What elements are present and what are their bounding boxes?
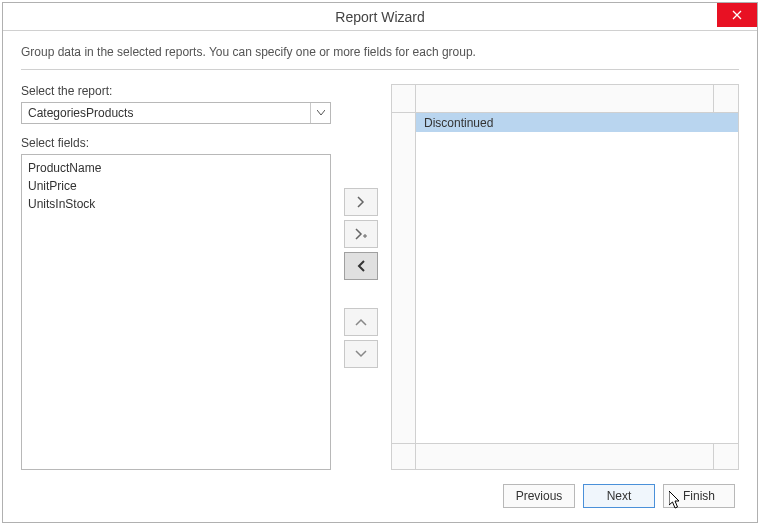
instruction-text: Group data in the selected reports. You …: [21, 45, 739, 69]
right-column: Discontinued: [391, 84, 739, 470]
grid-header-main: [416, 85, 714, 112]
grid-footer: [392, 443, 738, 469]
grid-header-gutter: [392, 85, 416, 112]
grid-main: Discontinued: [416, 113, 738, 443]
select-report-label: Select the report:: [21, 84, 331, 98]
list-item[interactable]: UnitsInStock: [28, 195, 324, 213]
chevron-right-icon: [357, 196, 365, 208]
previous-button[interactable]: Previous: [503, 484, 575, 508]
add-all-button[interactable]: [344, 220, 378, 248]
remove-button[interactable]: [344, 252, 378, 280]
grid-footer-gutter: [392, 444, 416, 469]
grid-footer-main: [416, 444, 714, 469]
grid-body: Discontinued: [392, 113, 738, 443]
separator: [21, 69, 739, 70]
wizard-window: Report Wizard Group data in the selected…: [2, 2, 758, 523]
finish-button[interactable]: Finish: [663, 484, 735, 508]
titlebar: Report Wizard: [3, 3, 757, 31]
chevron-down-icon: [317, 110, 325, 116]
next-button[interactable]: Next: [583, 484, 655, 508]
grid-header: [392, 85, 738, 113]
columns: Select the report: CategoriesProducts Se…: [21, 84, 739, 470]
move-down-button[interactable]: [344, 340, 378, 368]
footer-buttons: Previous Next Finish: [21, 470, 739, 512]
chevron-right-plus-icon: [355, 228, 367, 240]
move-buttons-column: [341, 84, 381, 470]
add-button[interactable]: [344, 188, 378, 216]
combo-arrow[interactable]: [310, 103, 330, 123]
table-row[interactable]: Discontinued: [416, 113, 738, 132]
close-icon: [732, 10, 742, 20]
grid-gutter: [392, 113, 416, 443]
chevron-down-icon: [355, 350, 367, 358]
grid-header-end: [714, 85, 738, 112]
window-title: Report Wizard: [335, 9, 424, 25]
chevron-left-icon: [357, 260, 365, 272]
close-button[interactable]: [717, 3, 757, 27]
grid-footer-end: [714, 444, 738, 469]
content-area: Group data in the selected reports. You …: [3, 31, 757, 522]
left-column: Select the report: CategoriesProducts Se…: [21, 84, 331, 470]
report-combo-value: CategoriesProducts: [28, 106, 133, 120]
list-item[interactable]: UnitPrice: [28, 177, 324, 195]
group-grid[interactable]: Discontinued: [391, 84, 739, 470]
move-up-button[interactable]: [344, 308, 378, 336]
select-fields-label: Select fields:: [21, 136, 331, 150]
report-combo[interactable]: CategoriesProducts: [21, 102, 331, 124]
fields-listbox[interactable]: ProductNameUnitPriceUnitsInStock: [21, 154, 331, 470]
list-item[interactable]: ProductName: [28, 159, 324, 177]
chevron-up-icon: [355, 318, 367, 326]
